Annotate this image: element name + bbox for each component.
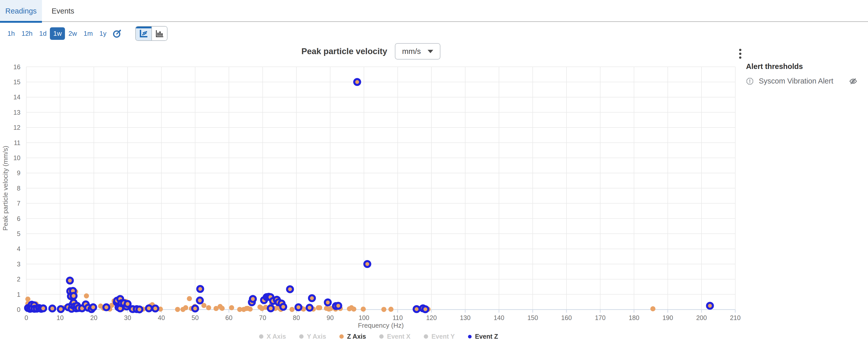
x-tick-label: 210 (730, 314, 741, 321)
toggle-threshold-visibility-button[interactable] (849, 77, 858, 85)
eye-off-icon (849, 77, 858, 85)
x-tick-label: 90 (327, 314, 334, 321)
z-axis-data-point[interactable] (389, 307, 394, 312)
x-tick-label: 160 (561, 314, 572, 321)
event-z-data-point[interactable] (250, 296, 256, 302)
z-axis-data-point[interactable] (187, 296, 192, 301)
z-axis-data-point[interactable] (317, 305, 322, 310)
alert-threshold-name: Syscom Vibration Alert (759, 77, 849, 85)
y-tick-label: 15 (13, 78, 21, 85)
z-axis-data-point[interactable] (351, 307, 356, 312)
event-z-data-point[interactable] (413, 306, 420, 312)
x-tick-label: 30 (124, 314, 131, 321)
bar-chart-toggle[interactable] (151, 27, 167, 40)
tab-bar: Readings Events (0, 0, 868, 22)
z-axis-data-point[interactable] (289, 307, 294, 312)
y-tick-label: 10 (13, 154, 21, 162)
range-button-12h[interactable]: 12h (18, 27, 36, 40)
legend-label: Event Y (431, 333, 455, 340)
z-axis-data-point[interactable] (25, 296, 30, 302)
z-axis-data-point[interactable] (84, 293, 89, 298)
event-z-data-point[interactable] (67, 278, 73, 284)
x-tick-label: 20 (90, 314, 97, 321)
z-axis-data-point[interactable] (175, 307, 180, 312)
legend-item-x-axis[interactable]: X Axis (259, 333, 286, 340)
x-tick-label: 10 (57, 314, 64, 321)
y-tick-label: 12 (13, 124, 21, 131)
tab-events[interactable]: Events (42, 0, 84, 22)
y-tick-label: 13 (13, 109, 21, 116)
event-z-data-point[interactable] (707, 303, 713, 309)
x-tick-label: 50 (191, 314, 199, 321)
legend-item-event-z[interactable]: Event Z (468, 333, 498, 340)
scatter-chart-toggle[interactable] (136, 27, 151, 40)
z-axis-data-point[interactable] (183, 305, 188, 310)
event-z-data-point[interactable] (197, 297, 203, 304)
range-button-1y[interactable]: 1y (96, 27, 110, 40)
event-z-data-point[interactable] (136, 307, 143, 312)
legend-item-z-axis[interactable]: Z Axis (339, 333, 366, 340)
legend-item-event-y[interactable]: Event Y (424, 333, 455, 340)
event-z-data-point[interactable] (58, 306, 64, 312)
event-z-data-point[interactable] (103, 305, 109, 310)
range-button-2w[interactable]: 2w (65, 27, 80, 40)
tab-readings[interactable]: Readings (0, 0, 42, 22)
event-z-data-point[interactable] (309, 295, 315, 301)
x-tick-label: 190 (662, 314, 673, 321)
range-button-1m[interactable]: 1m (80, 27, 96, 40)
y-tick-label: 3 (17, 260, 21, 268)
event-z-data-point[interactable] (423, 306, 428, 312)
x-tick-label: 130 (460, 314, 471, 321)
y-tick-label: 1 (17, 291, 21, 298)
x-tick-label: 40 (158, 314, 165, 321)
event-z-data-point[interactable] (365, 261, 370, 267)
range-button-1h[interactable]: 1h (4, 27, 18, 40)
range-button-1w[interactable]: 1w (50, 27, 65, 40)
stopwatch-icon (112, 29, 122, 38)
event-z-data-point[interactable] (146, 306, 152, 311)
y-tick-label: 2 (17, 276, 21, 283)
legend-label: Z Axis (347, 333, 366, 340)
unit-dropdown[interactable]: mm/s (395, 43, 440, 60)
range-button-1d[interactable]: 1d (36, 27, 50, 40)
z-axis-data-point[interactable] (361, 307, 366, 312)
event-z-data-point[interactable] (152, 306, 158, 311)
event-z-data-point[interactable] (268, 306, 274, 311)
event-z-data-point[interactable] (70, 293, 76, 299)
x-tick-label: 0 (25, 314, 28, 321)
event-z-data-point[interactable] (280, 304, 286, 310)
event-z-data-point[interactable] (296, 305, 301, 310)
legend-label: Event Z (475, 333, 498, 340)
tab-readings-label: Readings (5, 7, 37, 15)
kebab-dot (739, 57, 741, 59)
event-z-data-point[interactable] (197, 286, 203, 292)
event-z-data-point[interactable] (287, 286, 293, 292)
event-z-data-point[interactable] (40, 306, 46, 311)
chart-legend: X AxisY AxisZ AxisEvent XEvent YEvent Z (0, 333, 757, 340)
x-tick-label: 110 (393, 314, 403, 321)
chart-options-kebab-menu[interactable] (735, 48, 745, 59)
event-z-data-point[interactable] (325, 299, 331, 306)
z-axis-data-point[interactable] (248, 307, 253, 312)
legend-item-event-x[interactable]: Event X (379, 333, 410, 340)
y-tick-label: 9 (17, 169, 21, 176)
event-z-data-point[interactable] (307, 305, 312, 311)
y-tick-label: 8 (17, 185, 21, 192)
event-z-data-point[interactable] (90, 305, 96, 310)
event-z-data-point[interactable] (125, 301, 131, 307)
event-z-data-point[interactable] (335, 303, 341, 309)
z-axis-data-point[interactable] (206, 305, 211, 310)
z-axis-data-point[interactable] (220, 306, 225, 311)
x-tick-label: 170 (595, 314, 606, 321)
legend-item-y-axis[interactable]: Y Axis (299, 333, 326, 340)
legend-marker-icon (259, 334, 264, 339)
y-tick-label: 14 (13, 94, 21, 101)
event-z-data-point[interactable] (192, 306, 198, 311)
z-axis-data-point[interactable] (650, 306, 655, 311)
event-z-data-point[interactable] (354, 79, 360, 85)
event-z-data-point[interactable] (49, 306, 55, 311)
custom-time-range-button[interactable] (110, 27, 124, 40)
z-axis-data-point[interactable] (229, 305, 234, 310)
z-axis-data-point[interactable] (381, 307, 386, 312)
scatter-chart-icon (139, 29, 149, 38)
